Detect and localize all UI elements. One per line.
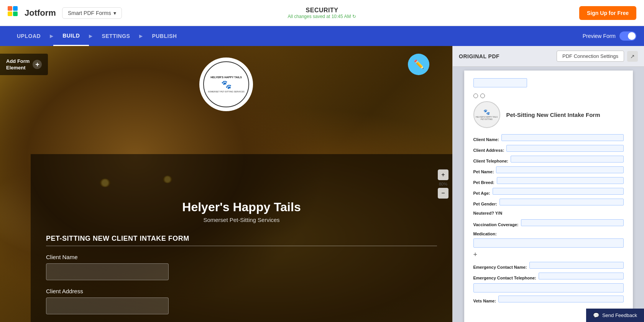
right-panel: ORIGINAL PDF PDF Connection Settings ↗ bbox=[452, 46, 644, 322]
nav-step-upload[interactable]: UPLOAD bbox=[8, 26, 50, 46]
form-section-title: PET-SITTING NEW CLIENT INTAKE FORM bbox=[46, 235, 437, 246]
pdf-label-vets-name: Vets Name: bbox=[473, 299, 496, 303]
nav-arrow-2: ▶ bbox=[89, 33, 92, 39]
preview-form-label: Preview Form bbox=[583, 33, 616, 39]
pdf-line-client-name[interactable] bbox=[501, 134, 624, 141]
pdf-label-pet-breed: Pet Breed: bbox=[473, 180, 495, 185]
client-name-label: Client Name bbox=[46, 254, 437, 260]
pdf-field-row-client-address: Client Address: bbox=[473, 145, 624, 153]
pdf-label-medication: Medication: bbox=[473, 232, 497, 236]
pdf-logo: 🐾 HELYER'S HAPPY TAILS PET-SITTING bbox=[473, 101, 500, 128]
pdf-preview-area[interactable]: 🐾 HELYER'S HAPPY TAILS PET-SITTING Pet-S… bbox=[453, 67, 644, 322]
zoom-level: 80% bbox=[438, 182, 449, 186]
zoom-out-button[interactable]: + bbox=[438, 169, 449, 180]
right-panel-title: ORIGINAL PDF bbox=[459, 53, 499, 59]
chevron-down-icon: ▾ bbox=[113, 10, 116, 16]
pdf-label-client-name: Client Name: bbox=[473, 137, 499, 142]
pdf-line-pet-name[interactable] bbox=[496, 166, 623, 173]
pdf-field-row-pet-name: Pet Name: bbox=[473, 166, 624, 174]
hht-logo-name: HELYER'S HAPPY TAILS bbox=[208, 76, 244, 79]
collapse-panel-button[interactable]: ↗ bbox=[627, 51, 638, 62]
hht-logo-circle: HELYER'S HAPPY TAILS 🐾 SOMERSET PET-SITT… bbox=[203, 61, 249, 107]
pdf-line-client-tel[interactable] bbox=[511, 156, 624, 163]
pdf-field-row-client-tel: Client Telephone: bbox=[473, 156, 624, 163]
pdf-line-medication[interactable] bbox=[473, 238, 624, 248]
feedback-icon: 💬 bbox=[593, 312, 599, 318]
pdf-label-vaccination: Vaccination Coverage: bbox=[473, 222, 519, 227]
pdf-field-row-pet-age: Pet Age: bbox=[473, 188, 624, 196]
send-feedback-button[interactable]: 💬 Send Feedback bbox=[586, 309, 644, 322]
right-panel-controls: PDF Connection Settings ↗ bbox=[557, 51, 638, 62]
client-name-input[interactable] bbox=[46, 263, 169, 280]
svg-rect-0 bbox=[8, 6, 12, 11]
hht-logo-animal: 🐾 bbox=[208, 80, 244, 90]
toggle-thumb bbox=[628, 32, 636, 40]
pdf-line-emergency-addr[interactable] bbox=[473, 283, 624, 292]
fab-edit-button[interactable]: ✏️ bbox=[408, 54, 429, 75]
pdf-field-row-pet-gender: Pet Gender: bbox=[473, 199, 624, 206]
nav-step-build[interactable]: BUILD bbox=[53, 26, 89, 46]
pdf-line-pet-gender[interactable] bbox=[499, 199, 624, 205]
fab-icon: ✏️ bbox=[414, 59, 424, 69]
zoom-controls: + 80% − bbox=[438, 169, 449, 199]
nav-steps: UPLOAD ▶ BUILD ▶ SETTINGS ▶ PUBLISH bbox=[8, 26, 186, 46]
svg-rect-2 bbox=[8, 12, 12, 16]
pdf-add-row: + bbox=[473, 251, 624, 259]
nav-arrow-3: ▶ bbox=[139, 33, 143, 39]
pdf-line-pet-breed[interactable] bbox=[497, 177, 624, 184]
page-title: SECURITY bbox=[288, 7, 356, 14]
right-panel-header: ORIGINAL PDF PDF Connection Settings ↗ bbox=[453, 46, 644, 67]
pdf-field-row-emergency-name: Emergency Contact Name: bbox=[473, 262, 624, 269]
form-overlay: Helyer's Happy Tails Somerset Pet-Sittin… bbox=[31, 154, 452, 322]
pdf-label-client-address: Client Address: bbox=[473, 148, 504, 153]
form-logo: HELYER'S HAPPY TAILS 🐾 SOMERSET PET-SITT… bbox=[199, 58, 253, 111]
smart-pdf-dropdown[interactable]: Smart PDF Forms ▾ bbox=[62, 7, 122, 19]
nav-step-settings[interactable]: SETTINGS bbox=[92, 26, 139, 46]
pdf-line-emergency-tel[interactable] bbox=[539, 273, 624, 279]
nav-arrow-1: ▶ bbox=[50, 33, 53, 39]
pdf-label-pet-name: Pet Name: bbox=[473, 169, 494, 174]
pdf-connection-button[interactable]: PDF Connection Settings bbox=[557, 51, 624, 62]
pdf-line-vets-name[interactable] bbox=[498, 296, 624, 302]
pdf-line-client-address[interactable] bbox=[506, 145, 623, 152]
add-element-label-line2: Element bbox=[6, 65, 26, 71]
logo[interactable]: Jotform bbox=[8, 6, 56, 20]
pdf-label-pet-age: Pet Age: bbox=[473, 191, 490, 196]
add-element-button[interactable]: Add Form Element + bbox=[0, 54, 48, 75]
pdf-line-emergency-name[interactable] bbox=[529, 262, 624, 269]
svg-rect-3 bbox=[13, 12, 18, 16]
pdf-line-pet-age[interactable] bbox=[493, 188, 624, 195]
header-right: Sign Up for Free bbox=[579, 6, 636, 20]
jotform-logo-icon bbox=[8, 6, 21, 20]
form-logo-area: HELYER'S HAPPY TAILS 🐾 SOMERSET PET-SITT… bbox=[199, 58, 253, 111]
pdf-radio-row-1 bbox=[473, 94, 624, 98]
pdf-field-row-client-name: Client Name: bbox=[473, 134, 624, 142]
pdf-header: 🐾 HELYER'S HAPPY TAILS PET-SITTING Pet-S… bbox=[473, 101, 624, 128]
collapse-icon: ↗ bbox=[630, 53, 635, 59]
header-center: SECURITY All changes saved at 10:45 AM ↻ bbox=[288, 7, 356, 19]
header-left: Jotform Smart PDF Forms ▾ bbox=[8, 6, 122, 20]
signup-button[interactable]: Sign Up for Free bbox=[579, 6, 636, 20]
pdf-field-row-emergency-tel: Emergency Contact Telephone: bbox=[473, 273, 624, 280]
preview-form-toggle[interactable] bbox=[619, 31, 636, 41]
pdf-page: 🐾 HELYER'S HAPPY TAILS PET-SITTING Pet-S… bbox=[464, 71, 633, 322]
logo-text: Jotform bbox=[25, 8, 56, 18]
pdf-radio-1[interactable] bbox=[473, 94, 478, 98]
pdf-line-vaccination[interactable] bbox=[521, 219, 624, 226]
client-address-label: Client Address bbox=[46, 288, 437, 294]
pdf-label-pet-gender: Pet Gender: bbox=[473, 202, 497, 206]
client-address-input[interactable] bbox=[46, 297, 169, 314]
refresh-icon: ↻ bbox=[352, 14, 356, 19]
save-status: All changes saved at 10:45 AM ↻ bbox=[288, 14, 356, 19]
svg-rect-1 bbox=[13, 6, 18, 11]
pdf-label-neutered: Neutered? Y/N bbox=[473, 211, 503, 215]
plus-icon[interactable]: + bbox=[473, 251, 478, 259]
pdf-radio-2[interactable] bbox=[480, 94, 485, 98]
nav-step-publish[interactable]: PUBLISH bbox=[143, 26, 186, 46]
form-main-subtitle: Somerset Pet-Sitting Services bbox=[46, 217, 437, 223]
pdf-top-input[interactable] bbox=[473, 78, 527, 87]
pdf-field-row-vaccination: Vaccination Coverage: bbox=[473, 219, 624, 227]
pdf-label-client-tel: Client Telephone: bbox=[473, 159, 508, 163]
zoom-in-button[interactable]: − bbox=[438, 188, 449, 199]
nav-right: Preview Form bbox=[583, 31, 636, 41]
